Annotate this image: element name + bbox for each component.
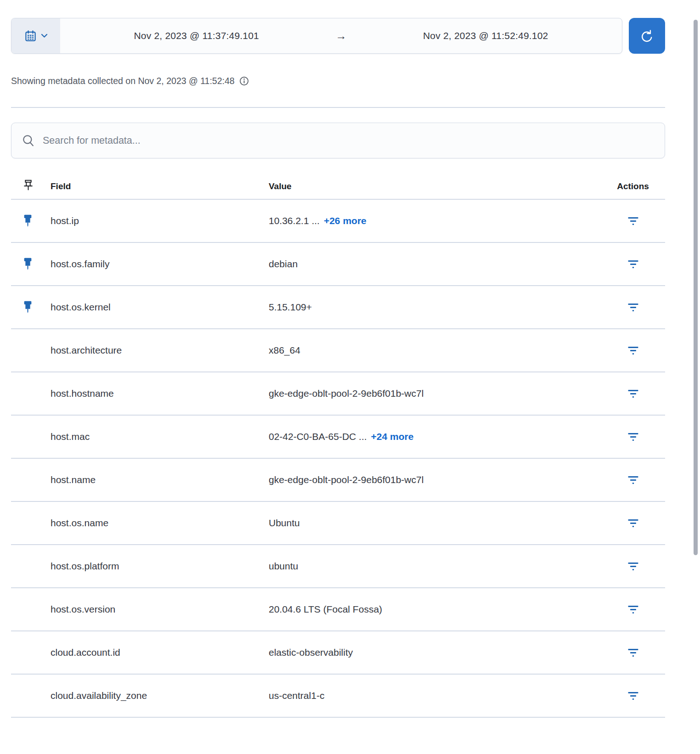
table-row: cloud.account.id elastic-observability xyxy=(11,631,665,675)
filter-icon xyxy=(628,605,638,614)
table-row: host.os.platform ubuntu xyxy=(11,545,665,588)
field-column-header: Field xyxy=(51,181,269,191)
filter-icon xyxy=(628,346,638,355)
field-value: elastic-observability xyxy=(269,647,353,658)
start-date-button[interactable]: Nov 2, 2023 @ 11:37:49.101 xyxy=(60,18,333,53)
field-value: 20.04.6 LTS (Focal Fossa) xyxy=(269,604,382,615)
table-row: host.hostname gke-edge-oblt-pool-2-9eb6f… xyxy=(11,372,665,416)
pin-filled-icon[interactable] xyxy=(23,301,33,314)
field-value: gke-edge-oblt-pool-2-9eb6f01b-wc7l xyxy=(269,474,423,485)
filter-for-value-button[interactable] xyxy=(625,516,641,530)
field-value: 02-42-C0-BA-65-DC ... xyxy=(269,431,367,442)
field-value: 10.36.2.1 ... xyxy=(269,215,320,226)
field-name: host.os.kernel xyxy=(51,302,111,312)
refresh-button[interactable] xyxy=(629,18,665,54)
end-date-button[interactable]: Nov 2, 2023 @ 11:52:49.102 xyxy=(350,18,622,53)
filter-icon xyxy=(628,692,638,700)
table-body: host.ip 10.36.2.1 ... +26 more xyxy=(11,200,665,718)
status-text: Showing metadata collected on Nov 2, 202… xyxy=(11,76,235,86)
filter-for-value-button[interactable] xyxy=(625,387,641,401)
filter-for-value-button[interactable] xyxy=(625,646,641,660)
filter-icon xyxy=(628,217,638,225)
filter-icon xyxy=(628,519,638,528)
host-metadata-panel: Nov 2, 2023 @ 11:37:49.101 → Nov 2, 2023… xyxy=(0,18,700,754)
table-row: host.os.kernel 5.15.109+ xyxy=(11,286,665,329)
table-row: host.ip 10.36.2.1 ... +26 more xyxy=(11,200,665,243)
filter-for-value-button[interactable] xyxy=(625,214,641,228)
table-row-partial xyxy=(11,718,665,754)
field-value: Ubuntu xyxy=(269,518,300,529)
filter-for-value-button[interactable] xyxy=(625,343,641,358)
field-value: ubuntu xyxy=(269,561,298,572)
more-values-link[interactable]: +24 more xyxy=(371,431,414,442)
table-row: host.architecture x86_64 xyxy=(11,329,665,372)
actions-column-header: Actions xyxy=(601,181,665,191)
pin-filled-icon[interactable] xyxy=(23,214,33,228)
info-icon[interactable] xyxy=(239,76,249,86)
chevron-down-icon xyxy=(41,34,48,38)
field-value: us-central1-c xyxy=(269,690,324,701)
pin-column-header xyxy=(11,180,51,193)
filter-for-value-button[interactable] xyxy=(625,300,641,315)
filter-for-value-button[interactable] xyxy=(625,559,641,574)
filter-icon xyxy=(628,303,638,312)
arrow-right-icon: → xyxy=(333,30,350,41)
field-name: host.os.platform xyxy=(51,561,119,571)
date-range-picker: Nov 2, 2023 @ 11:37:49.101 → Nov 2, 2023… xyxy=(11,18,622,54)
filter-for-value-button[interactable] xyxy=(625,430,641,444)
field-name: cloud.availability_zone xyxy=(51,690,147,701)
field-name: host.mac xyxy=(51,431,90,442)
field-name: host.ip xyxy=(51,215,79,226)
table-row: host.os.family debian xyxy=(11,243,665,286)
field-name: host.name xyxy=(51,474,96,485)
filter-icon xyxy=(628,648,638,657)
section-divider xyxy=(11,107,665,108)
field-value: 5.15.109+ xyxy=(269,302,312,313)
field-name: host.architecture xyxy=(51,345,122,355)
table-row: host.name gke-edge-oblt-pool-2-9eb6f01b-… xyxy=(11,459,665,502)
field-name: host.os.name xyxy=(51,518,108,528)
filter-icon xyxy=(628,260,638,269)
filter-for-value-button[interactable] xyxy=(625,257,641,271)
filter-icon xyxy=(628,562,638,571)
table-header-row: Field Value Actions xyxy=(11,174,665,200)
vertical-scrollbar[interactable] xyxy=(694,20,698,555)
filter-icon xyxy=(628,389,638,398)
field-name: host.hostname xyxy=(51,388,114,399)
filter-icon xyxy=(628,476,638,484)
field-value: debian xyxy=(269,259,298,270)
pin-icon xyxy=(23,180,34,193)
field-value: gke-edge-oblt-pool-2-9eb6f01b-wc7l xyxy=(269,388,423,399)
metadata-search-box xyxy=(11,123,665,158)
quick-select-menu-button[interactable] xyxy=(11,18,60,53)
field-name: host.os.version xyxy=(51,604,115,614)
field-value: x86_64 xyxy=(269,345,300,356)
calendar-icon xyxy=(24,30,37,42)
filter-for-value-button[interactable] xyxy=(625,473,641,487)
value-column-header: Value xyxy=(269,181,601,191)
search-icon xyxy=(22,134,35,147)
time-filter-bar: Nov 2, 2023 @ 11:37:49.101 → Nov 2, 2023… xyxy=(11,18,665,54)
table-row: host.mac 02-42-C0-BA-65-DC ... +24 more xyxy=(11,416,665,459)
field-name: host.os.family xyxy=(51,259,109,269)
metadata-table: Field Value Actions host.ip 10.36.2.1 xyxy=(11,174,665,754)
table-row: cloud.availability_zone us-central1-c xyxy=(11,675,665,718)
search-input[interactable] xyxy=(43,135,655,146)
status-line: Showing metadata collected on Nov 2, 202… xyxy=(11,76,665,86)
pin-filled-icon[interactable] xyxy=(23,258,33,271)
table-row: host.os.name Ubuntu xyxy=(11,502,665,545)
table-row: host.os.version 20.04.6 LTS (Focal Fossa… xyxy=(11,588,665,631)
filter-for-value-button[interactable] xyxy=(625,689,641,703)
field-name: cloud.account.id xyxy=(51,647,120,658)
filter-for-value-button[interactable] xyxy=(625,602,641,617)
filter-icon xyxy=(628,433,638,441)
refresh-icon xyxy=(640,29,654,43)
more-values-link[interactable]: +26 more xyxy=(324,215,367,226)
